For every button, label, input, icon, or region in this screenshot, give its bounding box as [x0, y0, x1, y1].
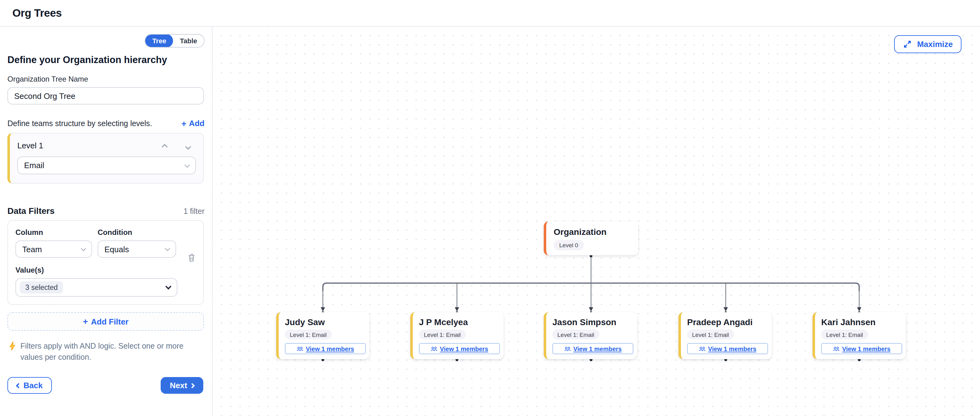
- node-level-badge: Level 1: Email: [552, 330, 599, 339]
- next-button[interactable]: Next: [161, 377, 203, 394]
- node-title: Pradeep Angadi: [687, 317, 765, 327]
- delete-filter-button[interactable]: [187, 253, 196, 264]
- people-icon: [297, 346, 303, 351]
- node-level-badge: Level 1: Email: [285, 330, 331, 339]
- level-card: Level 1 Email: [7, 133, 204, 183]
- people-icon: [431, 346, 438, 351]
- chevron-down-icon: [165, 284, 172, 290]
- filter-condition-select[interactable]: Equals: [98, 241, 176, 258]
- lightning-icon: [9, 341, 16, 351]
- view-members-button[interactable]: View 1 members: [687, 343, 768, 354]
- node-title: Kari Jahnsen: [821, 317, 900, 327]
- view-toggle: Tree Table: [145, 34, 205, 48]
- node-level-badge: Level 1: Email: [821, 330, 868, 339]
- toggle-table-button[interactable]: Table: [173, 34, 204, 48]
- levels-hint: Define teams structure by selecting leve…: [7, 119, 152, 128]
- plus-icon: +: [83, 317, 88, 326]
- filters-note-text: Filters apply with AND logic. Select one…: [21, 341, 201, 363]
- condition-label: Condition: [98, 228, 176, 237]
- people-icon: [833, 346, 840, 351]
- org-tree-canvas[interactable]: Maximize: [213, 27, 980, 416]
- node-level-badge: Level 1: Email: [419, 330, 466, 339]
- people-icon: [699, 346, 706, 351]
- filters-note: Filters apply with AND logic. Select one…: [7, 341, 205, 363]
- plus-icon: +: [181, 119, 186, 128]
- node-title: J P Mcelyea: [419, 317, 497, 327]
- maximize-button[interactable]: Maximize: [894, 35, 961, 53]
- org-node[interactable]: Pradeep Angadi Level 1: Email View 1 mem…: [678, 312, 772, 359]
- view-members-button[interactable]: View 1 members: [419, 343, 500, 354]
- chevron-down-icon: [185, 162, 190, 167]
- view-members-button[interactable]: View 1 members: [285, 343, 366, 354]
- toggle-tree-button[interactable]: Tree: [146, 34, 173, 48]
- filter-card: Column Team Condition Equals: [7, 220, 204, 305]
- panel-heading: Define your Organization hierarchy: [7, 54, 205, 65]
- tree-name-label: Organization Tree Name: [7, 75, 205, 83]
- trash-icon: [187, 253, 196, 262]
- data-filters-title: Data Filters: [7, 206, 55, 216]
- view-members-button[interactable]: View 1 members: [821, 343, 902, 354]
- app: Org Trees Tree Table Define your Organiz…: [0, 0, 980, 416]
- add-level-button[interactable]: + Add: [181, 119, 205, 128]
- view-members-button[interactable]: View 1 members: [552, 343, 633, 354]
- node-level-badge: Level 1: Email: [687, 330, 734, 339]
- filter-values-multiselect[interactable]: 3 selected: [16, 278, 177, 297]
- page-header: Org Trees: [0, 0, 980, 27]
- node-level-badge: Level 0: [554, 240, 584, 250]
- column-label: Column: [16, 228, 92, 237]
- org-node[interactable]: J P Mcelyea Level 1: Email View 1 member…: [410, 312, 504, 359]
- people-icon: [564, 346, 571, 351]
- node-title: Organization: [554, 227, 631, 237]
- chevron-up-icon: [161, 143, 167, 150]
- values-label: Value(s): [16, 266, 196, 274]
- tree-name-input[interactable]: [7, 87, 204, 104]
- chevron-right-icon: [190, 383, 195, 388]
- org-node[interactable]: Kari Jahnsen Level 1: Email View 1 membe…: [813, 312, 906, 359]
- hierarchy-sidebar: Tree Table Define your Organization hier…: [0, 27, 213, 416]
- chevron-down-icon: [81, 246, 86, 251]
- move-level-up-button[interactable]: [160, 141, 169, 150]
- level-label: Level 1: [17, 141, 43, 150]
- move-level-down-button[interactable]: [183, 141, 192, 150]
- page-title: Org Trees: [12, 6, 62, 19]
- chevron-down-icon: [165, 246, 170, 251]
- org-node[interactable]: Judy Saw Level 1: Email View 1 members: [276, 312, 369, 359]
- level-column-select[interactable]: Email: [17, 156, 196, 174]
- org-node-root[interactable]: Organization Level 0: [544, 221, 638, 255]
- org-node[interactable]: Jason Simpson Level 1: Email View 1 memb…: [544, 312, 637, 359]
- filter-count: 1 filter: [183, 207, 205, 216]
- maximize-icon: [903, 40, 912, 49]
- filter-column-select[interactable]: Team: [16, 241, 92, 258]
- back-button[interactable]: Back: [7, 377, 52, 394]
- selected-count-chip: 3 selected: [20, 281, 63, 293]
- node-title: Judy Saw: [285, 317, 363, 327]
- add-filter-button[interactable]: + Add Filter: [7, 312, 204, 331]
- chevron-down-icon: [185, 143, 191, 150]
- chevron-left-icon: [16, 383, 21, 388]
- node-title: Jason Simpson: [552, 317, 631, 327]
